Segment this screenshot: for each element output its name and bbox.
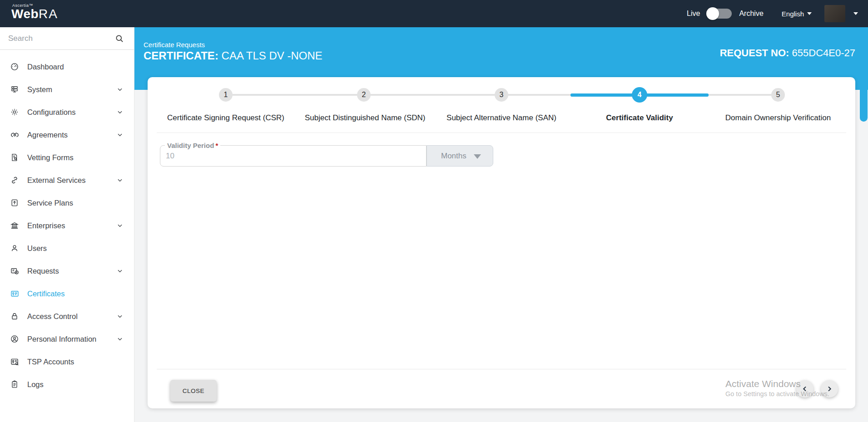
person-circle-icon [10, 334, 20, 344]
certificate-icon [10, 289, 20, 299]
breadcrumb: Certificate Requests [144, 41, 205, 49]
chevron-down-icon [117, 313, 123, 319]
validity-period-label: Validity Period* [165, 142, 220, 149]
sidebar-item-label: Certificates [27, 290, 65, 298]
card-footer-divider [157, 369, 846, 369]
sidebar-search [0, 27, 134, 50]
sidebar-item-label: Agreements [27, 131, 68, 139]
sidebar-item-configurations[interactable]: Configurations [0, 101, 134, 123]
sidebar-item-tsp-accounts[interactable]: TSP Accounts [0, 350, 134, 373]
request-clock-icon [10, 266, 20, 276]
sidebar-item-vetting-forms[interactable]: Vetting Forms [0, 146, 134, 169]
validity-unit-value: Months [441, 152, 466, 161]
step-circle[interactable]: 2 [357, 88, 371, 102]
sidebar-item-service-plans[interactable]: Service Plans [0, 191, 134, 214]
step-4-certificate-validity[interactable]: 4 Certificate Validity [580, 77, 699, 123]
stepper: 1 Certificate Signing Request (CSR) 2 Su… [148, 77, 855, 132]
chevron-down-icon [807, 12, 812, 15]
validity-period-outline: Validity Period* [160, 145, 427, 167]
language-value: English [782, 10, 804, 18]
sidebar-item-logs[interactable]: Logs [0, 373, 134, 396]
step-label: Domain Ownership Verification [719, 113, 837, 123]
sidebar-item-enterprises[interactable]: Enterprises [0, 214, 134, 237]
sidebar-item-label: Configurations [27, 108, 75, 117]
search-icon[interactable] [115, 34, 124, 43]
sidebar-item-label: Access Control [27, 312, 78, 321]
live-archive-toggle[interactable] [707, 9, 732, 19]
validity-unit-select[interactable]: Months [427, 145, 493, 167]
wizard-card: 1 Certificate Signing Request (CSR) 2 Su… [148, 77, 855, 408]
sidebar-item-label: Requests [27, 267, 59, 275]
sidebar-item-label: External Services [27, 176, 85, 185]
archive-label: Archive [739, 10, 763, 18]
step-label: Subject Distinguished Name (SDN) [305, 113, 423, 123]
step-1-csr[interactable]: 1 Certificate Signing Request (CSR) [167, 77, 285, 123]
sidebar-item-certificates[interactable]: Certificates [0, 282, 134, 305]
chevron-down-icon [117, 109, 123, 115]
gear-icon [10, 107, 20, 117]
validity-period-field: Validity Period* Months [160, 145, 427, 167]
clipboard-icon [10, 379, 20, 389]
page-title: CERTIFICATE: CAA TLS DV -NONE [144, 49, 322, 62]
sidebar-item-label: Logs [27, 380, 44, 389]
box-up-arrow-icon [10, 198, 20, 208]
validity-period-input[interactable] [166, 149, 420, 163]
toggle-knob[interactable] [706, 7, 719, 20]
bank-icon [10, 221, 20, 231]
sidebar-item-personal-information[interactable]: Personal Information [0, 328, 134, 350]
sidebar-item-label: Users [27, 244, 47, 253]
step-label: Certificate Signing Request (CSR) [167, 113, 285, 123]
chevron-down-icon [117, 336, 123, 342]
user-icon [10, 243, 20, 253]
sidebar-item-dashboard[interactable]: Dashboard [0, 55, 134, 78]
handshake-icon [10, 130, 20, 140]
dropdown-caret-icon [474, 154, 481, 159]
step-label: Certificate Validity [580, 113, 699, 123]
step-3-san[interactable]: 3 Subject Alternative Name (SAN) [442, 77, 560, 123]
lock-icon [10, 311, 20, 321]
sidebar-item-agreements[interactable]: Agreements [0, 123, 134, 146]
vertical-scrollbar-thumb[interactable] [860, 28, 868, 122]
sidebar-item-label: System [27, 85, 52, 94]
user-avatar[interactable] [824, 5, 845, 22]
sidebar-item-external-services[interactable]: External Services [0, 169, 134, 191]
sidebar-item-label: Service Plans [27, 199, 73, 207]
chevron-down-icon [117, 268, 123, 274]
sidebar-item-label: Dashboard [27, 63, 64, 71]
chevron-down-icon [117, 132, 123, 138]
document-search-icon [10, 152, 20, 162]
top-navbar: Ascertia™ WebRA Live Archive English [0, 0, 868, 27]
step-circle[interactable]: 1 [219, 88, 233, 102]
chevron-down-icon [117, 177, 123, 183]
sidebar-item-users[interactable]: Users [0, 237, 134, 260]
chevron-down-icon [117, 86, 123, 93]
language-dropdown[interactable]: English [782, 10, 812, 18]
step-circle[interactable]: 3 [495, 88, 508, 102]
navbar-right-controls: Live Archive English [687, 0, 858, 27]
sidebar-item-label: Enterprises [27, 221, 65, 230]
sidebar-item-label: TSP Accounts [27, 358, 74, 366]
step-2-sdn[interactable]: 2 Subject Distinguished Name (SDN) [305, 77, 423, 123]
step-circle[interactable]: 4 [632, 87, 647, 103]
search-input[interactable] [8, 32, 113, 45]
request-number: REQUEST NO: 655DC4E0-27 [720, 47, 855, 59]
stepper-divider [157, 132, 846, 133]
sidebar-item-label: Personal Information [27, 335, 96, 343]
close-button[interactable]: CLOSE [170, 380, 217, 402]
user-menu-caret-icon[interactable] [853, 12, 858, 15]
server-icon [10, 84, 20, 94]
step-label: Subject Alternative Name (SAN) [442, 113, 560, 123]
sidebar: Dashboard System Configurations [0, 27, 134, 422]
step-5-domain-ownership[interactable]: 5 Domain Ownership Verification [719, 77, 837, 123]
next-step-button[interactable] [821, 380, 838, 397]
link-icon [10, 175, 20, 185]
sidebar-item-access-control[interactable]: Access Control [0, 305, 134, 328]
main-content: Certificate Requests CERTIFICATE: CAA TL… [134, 27, 868, 422]
sidebar-item-requests[interactable]: Requests [0, 260, 134, 282]
sidebar-item-label: Vetting Forms [27, 153, 74, 162]
previous-step-button[interactable] [796, 380, 813, 397]
live-label: Live [687, 10, 700, 18]
step-circle[interactable]: 5 [771, 88, 785, 102]
gauge-icon [10, 62, 20, 72]
sidebar-item-system[interactable]: System [0, 78, 134, 101]
